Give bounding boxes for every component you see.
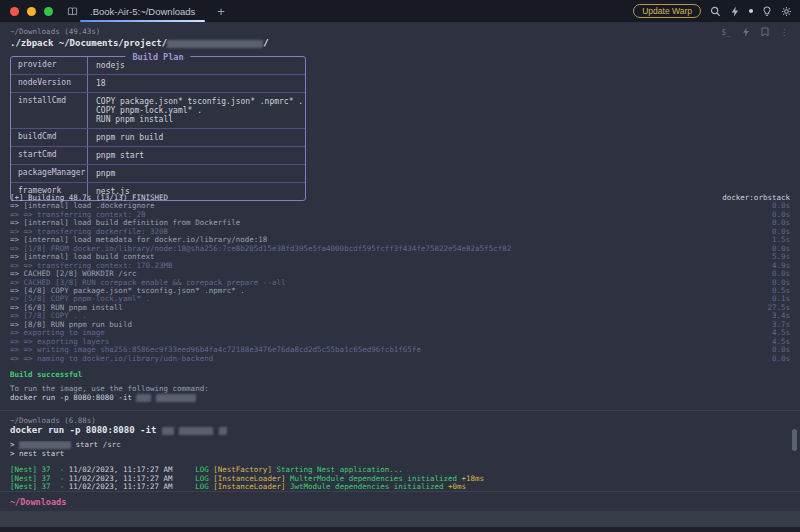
new-tab-button[interactable]: + xyxy=(217,4,225,19)
build-plan-key: provider xyxy=(11,57,87,74)
output-text: start /src xyxy=(71,441,121,449)
build-plan-key: nodeVersion xyxy=(11,75,87,92)
build-plan-body: providernodejsnodeVersion18installCmdCOP… xyxy=(11,57,305,200)
build-plan-row: installCmdCOPY package.json* tsconfig.js… xyxy=(11,93,305,129)
bookmark-icon[interactable] xyxy=(67,6,78,17)
nest-log: [Nest] 37 - 11/02/2023, 11:17:27 AM LOG … xyxy=(10,466,790,491)
build-plan-value: pnpm run build xyxy=(87,129,305,146)
build-successful-message: Build successful xyxy=(10,371,790,379)
build-plan-value: COPY package.json* tsconfig.json* .npmrc… xyxy=(87,93,305,128)
build-plan-row: startCmdpnpm start xyxy=(11,147,305,165)
tab-downloads[interactable]: .Book-Air-5:~/Downloads xyxy=(78,0,207,22)
npm-script-line: > start /src xyxy=(10,441,790,450)
build-plan-key: packageManager xyxy=(11,165,87,182)
output-text: > xyxy=(10,441,19,449)
log-line: => [8/8] RUN pnpm run build3.7s xyxy=(10,321,790,329)
command-text: ./zbpack ~/Documents/project/ xyxy=(10,38,167,48)
command-text: / xyxy=(263,38,268,48)
redacted-text xyxy=(179,427,213,435)
log-line: => [5/8] COPY pnpm-lock.yaml* .0.1s xyxy=(10,295,790,303)
close-window-button[interactable] xyxy=(10,7,19,16)
log-text: [Nest] 37 - xyxy=(10,482,69,491)
build-plan-key: startCmd xyxy=(11,147,87,164)
titlebar-actions: Update Warp xyxy=(633,0,792,22)
command-text: docker run -p 8080:8080 -it xyxy=(10,425,162,435)
build-plan-value: 18 xyxy=(87,75,305,92)
log-text: +0ms xyxy=(448,482,466,491)
redacted-text xyxy=(219,427,227,435)
run-command-suggestion: docker run -p 8080:8080 -it xyxy=(10,394,790,403)
build-plan-row: nodeVersion18 xyxy=(11,75,305,93)
log-text xyxy=(173,482,196,491)
log-text: => => naming to docker.io/library/udn-ba… xyxy=(10,355,213,363)
build-plan-value: nodejs xyxy=(87,57,305,74)
block-divider xyxy=(0,410,800,411)
build-plan-row: buildCmdpnpm run build xyxy=(11,129,305,147)
log-line: => => naming to docker.io/library/udn-ba… xyxy=(10,355,790,363)
zoom-window-button[interactable] xyxy=(44,7,53,16)
block2-command[interactable]: docker run -p 8080:8080 -it xyxy=(10,425,790,435)
minimize-window-button[interactable] xyxy=(27,7,36,16)
warp-terminal-window: .Book-Air-5:~/Downloads + Update Warp xyxy=(0,0,800,532)
traffic-lights xyxy=(10,7,53,16)
block1-command[interactable]: ./zbpack ~/Documents/project// xyxy=(10,38,790,48)
build-plan-table: Build Plan providernodejsnodeVersion18in… xyxy=(10,56,306,201)
build-plan-title: Build Plan xyxy=(125,52,190,62)
titlebar: .Book-Air-5:~/Downloads + Update Warp xyxy=(0,0,800,22)
docker-build-log: [+] Building 48.7s (13/13) FINISHEDdocke… xyxy=(10,194,790,363)
build-plan-key: installCmd xyxy=(11,93,87,128)
lightning-icon[interactable] xyxy=(742,27,750,37)
nest-log-line: [Nest] 37 - 11/02/2023, 11:17:27 AM LOG … xyxy=(10,483,790,491)
redacted-text xyxy=(19,441,71,449)
redacted-text xyxy=(136,394,151,402)
block-divider xyxy=(0,491,800,492)
block2-context-label: ~/Downloads (6.88s) xyxy=(10,416,790,425)
block1-actions: $_ ⋮ xyxy=(721,27,788,37)
log-text: 11/02/2023, 11:17:27 AM xyxy=(69,482,173,491)
bookmark-icon[interactable] xyxy=(761,27,769,37)
npm-script-line: > nest start xyxy=(10,450,790,458)
update-warp-button[interactable]: Update Warp xyxy=(633,4,701,19)
log-text: JwtModule dependencies initialized xyxy=(290,482,448,491)
command-text: docker run -p 8080:8080 -it xyxy=(10,393,136,402)
tab-title: .Book-Air-5:~/Downloads xyxy=(90,6,195,17)
build-plan-value: pnpm xyxy=(87,165,305,182)
redacted-text xyxy=(156,394,196,402)
log-line: => [6/8] RUN pnpm install27.5s xyxy=(10,304,790,312)
terminal-prompt-icon[interactable]: $_ xyxy=(721,28,731,37)
redacted-text xyxy=(162,427,174,435)
lightbulb-icon[interactable] xyxy=(762,6,772,17)
lightning-icon[interactable] xyxy=(730,6,740,17)
notification-dot xyxy=(749,9,753,13)
build-plan-value: pnpm start xyxy=(87,147,305,164)
scrollbar-thumb[interactable] xyxy=(792,429,797,451)
gear-icon[interactable] xyxy=(781,6,792,17)
build-plan-key: buildCmd xyxy=(11,129,87,146)
command-input[interactable] xyxy=(0,511,800,527)
log-text: [InstanceLoader] xyxy=(213,482,290,491)
search-icon[interactable] xyxy=(710,6,721,17)
log-text: LOG xyxy=(195,482,213,491)
redacted-text xyxy=(167,40,263,48)
block2-output: > start /src > nest start [Nest] 37 - 11… xyxy=(10,441,790,491)
log-line: => exporting to image4.5s xyxy=(10,329,790,337)
build-plan-row: packageManagerpnpm xyxy=(11,165,305,183)
kebab-menu-icon[interactable]: ⋮ xyxy=(780,28,788,37)
window-bottom-edge xyxy=(0,527,800,532)
active-tab-underline xyxy=(80,20,205,22)
block1-context-label: ~/Downloads (49.43s) xyxy=(10,27,790,36)
current-prompt-path: ~/Downloads xyxy=(10,497,790,507)
log-time: 0.0s xyxy=(772,355,790,363)
